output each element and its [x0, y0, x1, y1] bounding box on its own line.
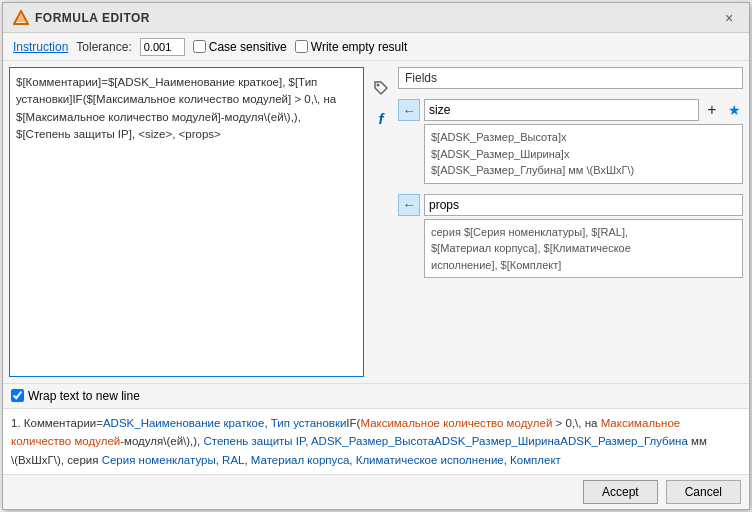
props-field-input[interactable]	[424, 194, 743, 216]
wrap-text-checkbox[interactable]	[11, 389, 24, 402]
write-empty-result-checkbox-label[interactable]: Write empty result	[295, 40, 407, 54]
write-empty-result-checkbox[interactable]	[295, 40, 308, 53]
buttons-row: Accept Cancel	[3, 475, 749, 509]
size-field-group: ← + ★ $[ADSK_Размер_Высота]x$[ADSK_Разме…	[398, 99, 743, 184]
title-bar: FORMULA EDITOR ×	[3, 3, 749, 33]
instruction-link[interactable]: Instruction	[13, 40, 68, 54]
tolerance-input[interactable]	[140, 38, 185, 56]
props-field-row: ←	[398, 194, 743, 216]
dialog-title: FORMULA EDITOR	[35, 11, 150, 25]
add-field-button[interactable]: +	[703, 101, 721, 119]
cancel-button[interactable]: Cancel	[666, 480, 741, 504]
props-field-content: серия $[Серия номенклатуры], $[RAL],$[Ма…	[424, 219, 743, 279]
function-icon[interactable]: f	[370, 107, 392, 129]
formula-editor-dialog: FORMULA EDITOR × Instruction Tolerance: …	[2, 2, 750, 510]
right-panel: Fields ← + ★ $[ADSK_Размер_Высота]x$[ADS…	[398, 67, 743, 377]
size-field-row: ← + ★	[398, 99, 743, 121]
wrap-text-bar: Wrap text to new line	[3, 383, 749, 408]
formula-area: $[Комментарии]=$[ADSK_Наименование кратк…	[9, 67, 364, 377]
preview-text: 1. Комментарии=ADSK_Наименование краткое…	[11, 417, 707, 466]
wrap-text-label[interactable]: Wrap text to new line	[11, 389, 140, 403]
case-sensitive-checkbox-label[interactable]: Case sensitive	[193, 40, 287, 54]
svg-point-2	[377, 84, 380, 87]
props-insert-button[interactable]: ←	[398, 194, 420, 216]
side-icon-col: f	[370, 67, 392, 377]
title-bar-left: FORMULA EDITOR	[13, 10, 150, 26]
props-field-group: ← серия $[Серия номенклатуры], $[RAL],$[…	[398, 194, 743, 279]
size-insert-button[interactable]: ←	[398, 99, 420, 121]
case-sensitive-label: Case sensitive	[209, 40, 287, 54]
wrap-text-text: Wrap text to new line	[28, 389, 140, 403]
main-content: $[Комментарии]=$[ADSK_Наименование кратк…	[3, 61, 749, 383]
tolerance-label: Tolerance:	[76, 40, 131, 54]
app-logo-icon	[13, 10, 29, 26]
toolbar: Instruction Tolerance: Case sensitive Wr…	[3, 33, 749, 61]
size-field-content: $[ADSK_Размер_Высота]x$[ADSK_Размер_Шири…	[424, 124, 743, 184]
preview-section: 1. Комментарии=ADSK_Наименование краткое…	[3, 408, 749, 475]
favorite-button[interactable]: ★	[725, 101, 743, 119]
fields-header: Fields	[398, 67, 743, 89]
case-sensitive-checkbox[interactable]	[193, 40, 206, 53]
write-empty-result-label: Write empty result	[311, 40, 407, 54]
accept-button[interactable]: Accept	[583, 480, 658, 504]
tag-icon[interactable]	[370, 77, 392, 99]
size-field-input[interactable]	[424, 99, 699, 121]
close-button[interactable]: ×	[719, 8, 739, 28]
formula-textarea[interactable]: $[Комментарии]=$[ADSK_Наименование кратк…	[9, 67, 364, 377]
